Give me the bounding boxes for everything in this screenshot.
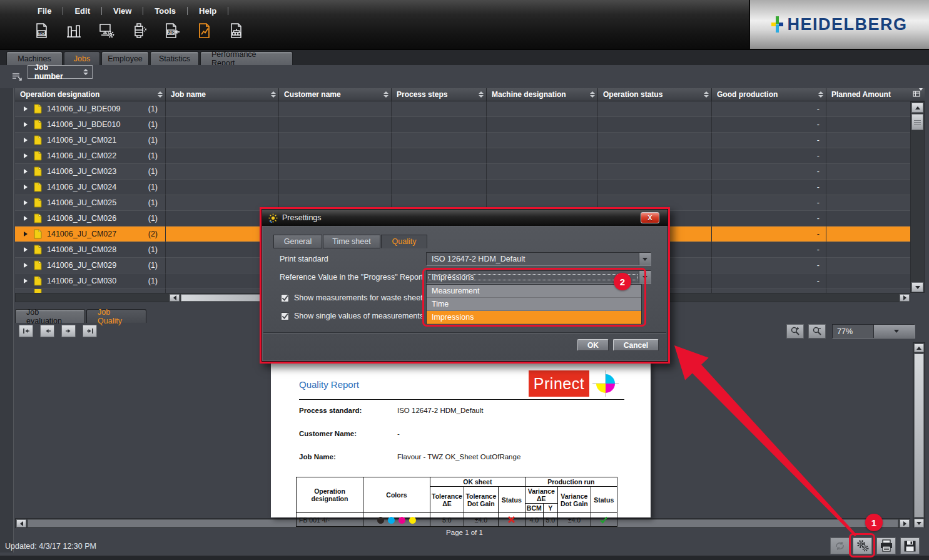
refresh-button[interactable]: [830, 537, 850, 554]
tab-statistics[interactable]: Statistics: [150, 51, 199, 65]
checkbox-checked-icon[interactable]: [281, 294, 289, 302]
system-settings-icon[interactable]: [96, 21, 116, 41]
zoom-in-button[interactable]: [786, 324, 804, 339]
scroll-up-button[interactable]: [911, 103, 923, 113]
table-row[interactable]: 141006_JU_BDE010(1)-: [15, 117, 910, 133]
chevron-down-icon[interactable]: [639, 253, 651, 265]
next-page-button[interactable]: [61, 325, 76, 337]
menu-tools[interactable]: Tools: [143, 5, 187, 17]
column-header-customer-name[interactable]: Customer name: [279, 88, 392, 101]
column-header-machine-designation[interactable]: Machine designation: [487, 88, 598, 101]
expand-arrow-icon[interactable]: [24, 138, 28, 143]
column-config-icon[interactable]: [11, 72, 23, 81]
spinner-arrows-icon[interactable]: [83, 69, 88, 75]
expand-arrow-icon[interactable]: [24, 106, 28, 111]
scroll-right-button[interactable]: [900, 294, 910, 302]
sort-icon[interactable]: [590, 91, 595, 98]
print-button[interactable]: [876, 537, 896, 554]
color-dot: [388, 517, 395, 524]
column-header-operation-status[interactable]: Operation status: [598, 88, 712, 101]
menu-view[interactable]: View: [102, 5, 143, 17]
tab-employee[interactable]: Employee: [101, 51, 149, 65]
scroll-up-button[interactable]: [914, 344, 924, 352]
menu-file[interactable]: File: [26, 5, 63, 17]
expand-arrow-icon[interactable]: [24, 232, 28, 237]
tab-performance-report[interactable]: Performance Report: [200, 51, 293, 65]
sort-icon[interactable]: [383, 91, 388, 98]
cancel-button[interactable]: Cancel: [613, 339, 659, 351]
column-header-process-steps[interactable]: Process steps: [392, 88, 487, 101]
sort-icon[interactable]: [271, 91, 276, 98]
zoom-out-button[interactable]: [808, 324, 826, 339]
v-scroll-thumb[interactable]: [914, 354, 924, 517]
job-name-report-value: Flavour - TWZ OK_Sheet OutOfRange: [397, 453, 520, 461]
expand-arrow-icon[interactable]: [24, 247, 28, 252]
table-row[interactable]: 141006_JU_CM023(1)-: [15, 164, 910, 180]
previous-page-button[interactable]: [40, 325, 54, 337]
expand-arrow-icon[interactable]: [24, 122, 28, 127]
machine-icon[interactable]: [129, 21, 149, 41]
good-production-value: -: [817, 277, 820, 285]
scroll-left-button[interactable]: [170, 294, 180, 302]
sort-icon[interactable]: [818, 91, 823, 98]
chevron-down-icon[interactable]: [639, 271, 651, 283]
table-settings-icon[interactable]: [910, 88, 925, 101]
first-page-button[interactable]: [19, 325, 33, 337]
presettings-gears-button[interactable]: [853, 537, 872, 554]
single-values-checkbox[interactable]: Show single values of measurements: [281, 312, 424, 320]
sort-icon[interactable]: [704, 91, 709, 98]
chevron-down-icon[interactable]: [873, 325, 915, 338]
dropdown-option[interactable]: Time: [427, 298, 641, 311]
column-header-operation-designation[interactable]: Operation designation: [15, 88, 166, 101]
expand-arrow-icon[interactable]: [24, 263, 28, 268]
tab-job-quality[interactable]: Job Quality: [86, 309, 146, 323]
table-row[interactable]: 141006_JU_CM024(1)-: [15, 180, 910, 195]
dropdown-option[interactable]: Measurement: [427, 285, 641, 298]
scroll-down-button[interactable]: [911, 282, 923, 292]
scroll-left-button[interactable]: [16, 519, 26, 527]
close-icon[interactable]: X: [641, 212, 659, 223]
menu-edit[interactable]: Edit: [63, 5, 101, 17]
zoom-level-dropdown[interactable]: 77%: [832, 324, 915, 339]
dialog-tab-time-sheet[interactable]: Time sheet: [323, 235, 380, 248]
scroll-down-button[interactable]: [914, 519, 924, 527]
reference-dropdown-list[interactable]: MeasurementTimeImpressions: [426, 284, 642, 324]
expand-arrow-icon[interactable]: [24, 200, 28, 205]
table-v-scrollbar[interactable]: [910, 101, 925, 293]
table-row[interactable]: 141006_JU_BDE009(1)-: [15, 101, 910, 117]
process-network-icon[interactable]: [226, 21, 246, 41]
table-row[interactable]: 141006_JU_CM021(1)-: [15, 133, 910, 148]
dialog-tab-quality[interactable]: Quality: [381, 235, 427, 248]
checkbox-checked-icon[interactable]: [281, 312, 289, 320]
tab-job-evaluation[interactable]: Job evaluation: [15, 309, 85, 323]
preview-v-scrollbar[interactable]: [913, 342, 925, 527]
column-header-good-production[interactable]: Good production: [712, 88, 826, 101]
sort-icon[interactable]: [158, 91, 163, 98]
dropdown-option[interactable]: Impressions: [427, 311, 641, 324]
expand-arrow-icon[interactable]: [24, 278, 28, 283]
report-chart-icon[interactable]: [194, 21, 214, 41]
expand-arrow-icon[interactable]: [24, 169, 28, 174]
scroll-right-button[interactable]: [900, 519, 910, 527]
ok-button[interactable]: OK: [577, 339, 609, 351]
last-page-button[interactable]: [83, 325, 97, 337]
expand-arrow-icon[interactable]: [24, 216, 28, 221]
sort-icon[interactable]: [479, 91, 484, 98]
v-scroll-thumb[interactable]: [911, 114, 923, 130]
expand-arrow-icon[interactable]: [24, 185, 28, 190]
job-import-icon[interactable]: ABC: [161, 21, 181, 41]
menu-help[interactable]: Help: [188, 5, 228, 17]
dialog-title-bar[interactable]: Presettings X: [262, 210, 668, 226]
dialog-tab-general[interactable]: General: [273, 235, 322, 248]
customer-name-report-label: Customer Name:: [299, 430, 357, 437]
table-row[interactable]: 141006_JU_CM022(1)-: [15, 148, 910, 164]
expand-arrow-icon[interactable]: [24, 153, 28, 158]
sort-field-selector[interactable]: Job number: [28, 65, 93, 79]
print-standard-dropdown[interactable]: ISO 12647-2 HDM_Default: [426, 252, 651, 266]
save-button[interactable]: [900, 537, 920, 554]
waste-sheet-checkbox[interactable]: Show measurements for waste sheet: [281, 293, 423, 302]
job-list-icon[interactable]: ABC: [31, 21, 51, 41]
print-volume-icon[interactable]: [64, 21, 84, 41]
column-header-planned-amount[interactable]: Planned Amount: [826, 88, 910, 101]
column-header-job-name[interactable]: Job name: [166, 88, 279, 101]
